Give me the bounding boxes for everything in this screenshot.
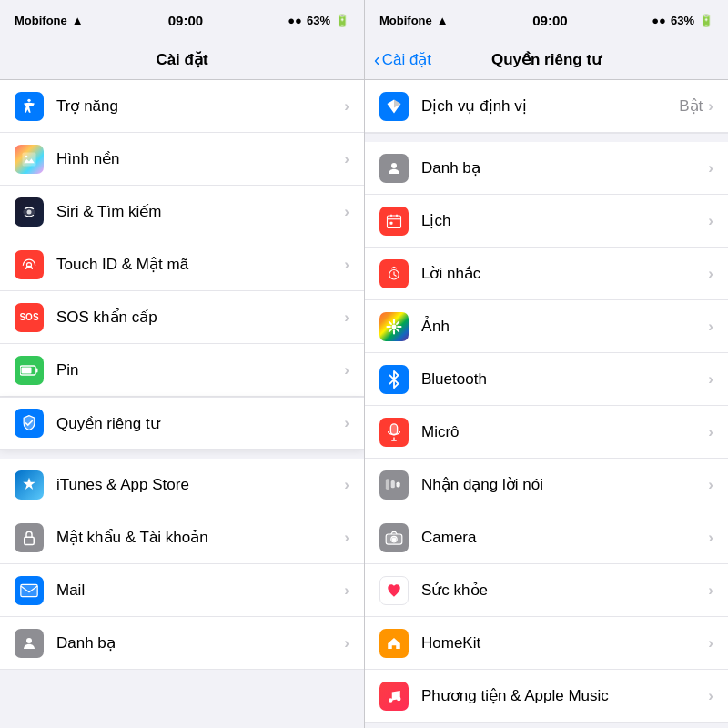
siri-chevron: ›: [344, 203, 349, 221]
row-danh-ba-left[interactable]: Danh bạ ›: [0, 617, 364, 670]
left-carrier-signal: Mobifone ▲: [15, 14, 84, 27]
sos-chevron: ›: [344, 308, 349, 327]
mail-label: Mail: [56, 581, 344, 600]
calendar-icon: [379, 207, 409, 236]
anh-chevron: ›: [708, 318, 713, 336]
right-signal-icon: ●●: [652, 14, 666, 27]
mat-khau-label: Mật khẩu & Tài khoản: [56, 528, 344, 547]
accessibility-icon: [15, 92, 44, 121]
svg-rect-16: [390, 221, 393, 224]
right-status-bar: Mobifone ▲ 09:00 ●● 63% 🔋: [365, 0, 728, 40]
row-hinh-nen[interactable]: Hình nền ›: [0, 133, 364, 186]
microphone-icon: [379, 418, 409, 447]
sos-text: SOS: [19, 312, 38, 322]
sos-icon: SOS: [15, 303, 44, 332]
right-carrier-signal: Mobifone ▲: [379, 14, 449, 27]
row-suc-khoe[interactable]: Sức khỏe ›: [365, 564, 728, 617]
nhan-dang-chevron: ›: [708, 476, 713, 494]
speech-icon: [379, 470, 409, 500]
right-time: 09:00: [532, 13, 567, 28]
back-button[interactable]: ‹ Cài đặt: [374, 49, 431, 70]
svg-rect-20: [386, 479, 389, 490]
row-homekit[interactable]: HomeKit ›: [365, 617, 728, 670]
row-dich-vu-dinh-vi[interactable]: Dịch vụ định vị Bật ›: [365, 80, 728, 133]
row-quyen-rieng-tu[interactable]: Quyền riêng tư ›: [0, 397, 364, 450]
mat-khau-chevron: ›: [344, 529, 349, 547]
left-signal-icon: ●●: [288, 14, 302, 27]
svg-rect-7: [36, 368, 38, 372]
svg-point-27: [397, 696, 401, 701]
row-tro-nang[interactable]: Trợ năng ›: [0, 80, 364, 133]
siri-label: Siri & Tìm kiếm: [56, 202, 344, 221]
contacts-left-icon: [15, 629, 44, 658]
pin-label: Pin: [56, 361, 344, 379]
row-nhan-dang[interactable]: Nhận dạng lời nói ›: [365, 459, 728, 511]
row-siri[interactable]: Siri & Tìm kiếm ›: [0, 186, 364, 238]
touch-id-label: Touch ID & Mật mã: [56, 255, 344, 274]
danh-ba-left-chevron: ›: [344, 634, 349, 652]
location-icon: [379, 92, 409, 121]
svg-rect-15: [396, 214, 398, 217]
row-mail[interactable]: Mail ›: [0, 564, 364, 617]
right-settings-list: Dịch vụ định vị Bật › Danh bạ ›: [365, 80, 728, 728]
left-wifi-icon: ▲: [72, 14, 84, 27]
row-danh-ba-right[interactable]: Danh bạ ›: [365, 142, 728, 195]
left-battery-icon: 🔋: [335, 14, 349, 27]
right-carrier: Mobifone: [379, 14, 432, 27]
itunes-chevron: ›: [344, 476, 349, 494]
svg-point-26: [389, 698, 393, 703]
health-icon: [379, 576, 409, 605]
phuong-tien-label: Phương tiện & Apple Music: [421, 686, 708, 705]
back-label[interactable]: Cài đặt: [382, 50, 431, 69]
homekit-label: HomeKit: [421, 634, 708, 652]
svg-point-18: [392, 324, 397, 329]
password-icon: [15, 523, 44, 552]
svg-rect-21: [391, 480, 395, 488]
svg-rect-8: [22, 367, 32, 373]
row-itunes[interactable]: iTunes & App Store ›: [0, 459, 364, 511]
itunes-icon: [15, 470, 44, 500]
camera-label: Camera: [421, 529, 708, 547]
row-mat-khau[interactable]: Mật khẩu & Tài khoản ›: [0, 511, 364, 564]
suc-khoe-label: Sức khỏe: [421, 581, 708, 600]
right-battery-icon: 🔋: [699, 14, 713, 27]
siri-icon: [15, 197, 44, 227]
micro-chevron: ›: [708, 423, 713, 441]
hinh-nen-chevron: ›: [344, 150, 349, 168]
row-touch-id[interactable]: Touch ID & Mật mã ›: [0, 238, 364, 291]
svg-rect-14: [390, 214, 392, 217]
svg-rect-19: [390, 423, 397, 434]
dich-vu-dinh-vi-label: Dịch vụ định vị: [421, 96, 679, 116]
anh-label: Ảnh: [421, 317, 708, 336]
svg-rect-10: [21, 584, 37, 596]
row-phuong-tien[interactable]: Phương tiện & Apple Music ›: [365, 670, 728, 723]
row-camera[interactable]: Camera ›: [365, 511, 728, 564]
svg-point-12: [391, 163, 397, 168]
loi-nhac-chevron: ›: [708, 265, 713, 283]
homekit-chevron: ›: [708, 634, 713, 652]
row-micro[interactable]: Micrô ›: [365, 406, 728, 459]
left-nav-bar: Cài đặt: [0, 40, 364, 80]
homekit-icon: [379, 629, 409, 658]
row-lich[interactable]: Lịch ›: [365, 195, 728, 248]
row-pin[interactable]: Pin ›: [0, 344, 364, 397]
right-battery-area: ●● 63% 🔋: [652, 14, 713, 27]
danh-ba-right-label: Danh bạ: [421, 158, 708, 177]
svg-rect-22: [397, 481, 400, 487]
svg-point-4: [27, 209, 32, 214]
pin-chevron: ›: [344, 361, 349, 379]
battery-icon: [15, 356, 44, 385]
suc-khoe-chevron: ›: [708, 581, 713, 600]
row-loi-nhac[interactable]: Lời nhắc ›: [365, 248, 728, 300]
row-anh[interactable]: Ảnh ›: [365, 300, 728, 353]
svg-rect-1: [23, 152, 36, 166]
danh-ba-left-label: Danh bạ: [56, 633, 344, 652]
camera-chevron: ›: [708, 529, 713, 547]
svg-rect-9: [25, 537, 35, 544]
bluetooth-chevron: ›: [708, 370, 713, 389]
row-bluetooth[interactable]: Bluetooth ›: [365, 353, 728, 406]
row-sos[interactable]: SOS SOS khẩn cấp ›: [0, 291, 364, 344]
phuong-tien-chevron: ›: [708, 687, 713, 705]
touchid-icon: [15, 250, 44, 279]
left-nav-title: Cài đặt: [156, 50, 207, 69]
